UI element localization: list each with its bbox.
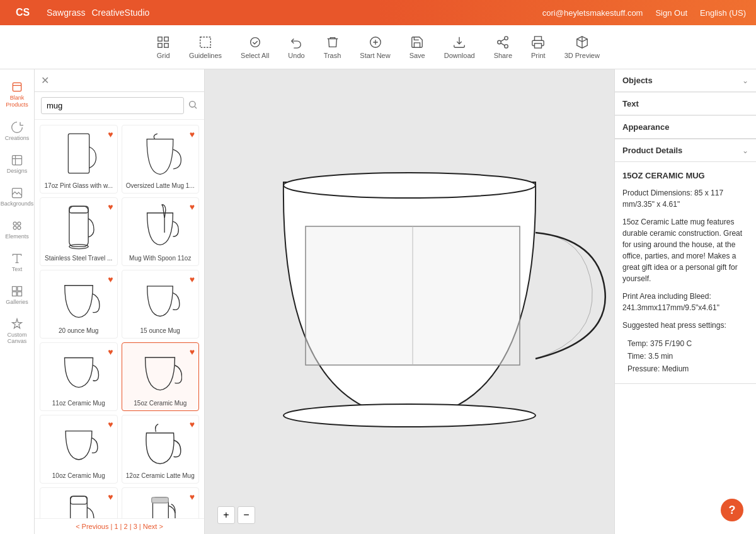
custom-canvas-icon <box>11 318 23 330</box>
page-sep-3: | <box>130 523 132 530</box>
favorite-icon-3[interactable]: ♥ <box>108 202 113 212</box>
heat-pressure: Pressure: Medium <box>622 363 748 375</box>
favorite-icon-1[interactable]: ♥ <box>108 129 113 139</box>
sidebar-item-elements[interactable]: Elements <box>0 214 34 245</box>
product-item-6[interactable]: ♥ 15 ounce Mug <box>122 270 200 339</box>
favorite-icon-9[interactable]: ♥ <box>108 419 113 429</box>
user-email[interactable]: cori@heyletsmakestuff.com <box>542 8 643 18</box>
favorite-icon-4[interactable]: ♥ <box>190 202 195 212</box>
svg-point-8 <box>498 40 501 44</box>
svg-rect-4 <box>200 37 211 47</box>
sidebar-item-creations[interactable]: Creations <box>0 116 34 146</box>
toolbar-download[interactable]: Download <box>444 35 475 59</box>
toolbar-start-new[interactable]: Start New <box>360 35 390 59</box>
pagination: < Previous | 1 | 2 | 3 | Next > <box>35 518 204 534</box>
svg-point-16 <box>13 226 16 229</box>
product-item-12[interactable]: ♥ Carabiner Mug <box>122 487 200 518</box>
search-button[interactable] <box>188 100 198 112</box>
product-details-title: Product Details <box>622 146 682 155</box>
sign-out-link[interactable]: Sign Out <box>655 8 687 18</box>
product-image-9 <box>54 419 104 470</box>
brand-sawgrass: Sawgrass <box>47 8 85 18</box>
sidebar-item-text[interactable]: Text <box>0 247 34 277</box>
product-item-7[interactable]: ♥ 11oz Ceramic Mug <box>40 342 118 411</box>
product-item-11[interactable]: ♥ Travel Mug <box>40 487 118 518</box>
svg-rect-2 <box>158 43 162 47</box>
product-image-4 <box>135 202 185 252</box>
product-item-2[interactable]: ♥ Oversized Latte Mug 1... <box>122 125 200 194</box>
svg-rect-3 <box>164 43 168 47</box>
prev-page-link[interactable]: < Previous <box>76 523 108 530</box>
left-sidebar: Blank Products Creations Designs Backgro… <box>0 69 35 534</box>
favorite-icon-2[interactable]: ♥ <box>190 129 195 139</box>
favorite-icon-6[interactable]: ♥ <box>190 274 195 284</box>
svg-point-5 <box>250 37 260 47</box>
page-1-link[interactable]: 1 <box>114 523 118 530</box>
toolbar-guidelines[interactable]: Guidelines <box>189 35 222 59</box>
product-name-4: Mug With Spoon 11oz <box>129 255 191 262</box>
product-image-12 <box>135 492 185 518</box>
zoom-controls: + − <box>217 506 255 524</box>
zoom-out-button[interactable]: − <box>238 506 255 524</box>
favorite-icon-8[interactable]: ♥ <box>190 347 195 357</box>
panel-close-button[interactable]: ✕ <box>41 74 49 86</box>
top-nav: CS Sawgrass CreativeStudio cori@heyletsm… <box>0 0 756 25</box>
product-item-10[interactable]: ♥ 12oz Ceramic Latte Mug <box>122 415 200 484</box>
brand-creativestudio: CreativeStudio <box>91 8 149 18</box>
appearance-section-title: Appearance <box>622 122 669 132</box>
favorite-icon-12[interactable]: ♥ <box>190 492 195 502</box>
product-item-3[interactable]: ♥ Stainless Steel Travel ... <box>40 197 118 266</box>
product-image-11 <box>54 492 104 518</box>
sidebar-item-backgrounds[interactable]: Backgrounds <box>0 182 34 212</box>
product-item-4[interactable]: ♥ Mug With Spoon 11oz <box>122 197 200 266</box>
page-3-link[interactable]: 3 <box>134 523 137 530</box>
search-input[interactable] <box>41 97 184 114</box>
zoom-in-button[interactable]: + <box>217 506 235 524</box>
product-item-9[interactable]: ♥ 10oz Ceramic Mug <box>40 415 118 484</box>
language-selector[interactable]: English (US) <box>700 8 746 18</box>
favorite-icon-5[interactable]: ♥ <box>108 274 113 284</box>
blank-products-icon <box>11 81 23 93</box>
toolbar: Grid Guidelines Select All Undo Trash <box>0 25 756 69</box>
toolbar-undo[interactable]: Undo <box>288 35 304 59</box>
page-sep-2: | <box>120 523 122 530</box>
grid-icon <box>156 35 170 49</box>
product-details-section: Product Details ⌄ 15OZ CERAMIC MUG Produ… <box>615 139 756 384</box>
product-details-name: 15OZ CERAMIC MUG <box>622 170 748 182</box>
help-button[interactable]: ? <box>721 499 743 521</box>
product-name-5: 20 ounce Mug <box>59 327 98 334</box>
toolbar-trash[interactable]: Trash <box>324 35 341 59</box>
download-icon <box>452 35 466 49</box>
svg-rect-23 <box>68 134 89 173</box>
product-image-8 <box>135 347 185 397</box>
page-2-link[interactable]: 2 <box>124 523 128 530</box>
sidebar-item-galleries[interactable]: Galleries <box>0 280 34 310</box>
product-item-1[interactable]: ♥ 17oz Pint Glass with w... <box>40 125 118 194</box>
toolbar-print[interactable]: Print <box>531 35 546 59</box>
text-section-header[interactable]: Text <box>615 92 756 115</box>
toolbar-select-all[interactable]: Select All <box>241 35 269 59</box>
toolbar-3d-preview[interactable]: 3D Preview <box>564 35 600 59</box>
sidebar-item-designs[interactable]: Designs <box>0 149 34 179</box>
favorite-icon-10[interactable]: ♥ <box>190 419 195 429</box>
heat-press-section: Suggested heat press settings: Temp: 375… <box>622 320 748 376</box>
product-item-8[interactable]: ♥ 15oz Ceramic Mug <box>122 342 200 411</box>
next-page-link[interactable]: Next > <box>143 523 163 530</box>
toolbar-grid[interactable]: Grid <box>156 35 170 59</box>
product-item-5[interactable]: ♥ 20 ounce Mug <box>40 270 118 339</box>
toolbar-save[interactable]: Save <box>410 35 425 59</box>
sidebar-item-blank-products[interactable]: Blank Products <box>0 76 34 113</box>
right-panel: Objects ⌄ Text Appearance Product Detail… <box>614 69 756 534</box>
objects-section-header[interactable]: Objects ⌄ <box>615 69 756 92</box>
svg-rect-21 <box>18 291 22 296</box>
sidebar-item-custom-canvas[interactable]: Custom Canvas <box>0 313 34 351</box>
undo-icon <box>289 35 303 49</box>
toolbar-share[interactable]: Share <box>494 35 512 59</box>
appearance-section-header[interactable]: Appearance <box>615 115 756 139</box>
favorite-icon-7[interactable]: ♥ <box>108 347 113 357</box>
favorite-icon-11[interactable]: ♥ <box>108 492 113 502</box>
product-details-chevron-icon: ⌄ <box>742 146 748 155</box>
svg-point-9 <box>505 44 508 48</box>
product-details-header[interactable]: Product Details ⌄ <box>615 139 756 162</box>
svg-point-15 <box>18 222 21 225</box>
